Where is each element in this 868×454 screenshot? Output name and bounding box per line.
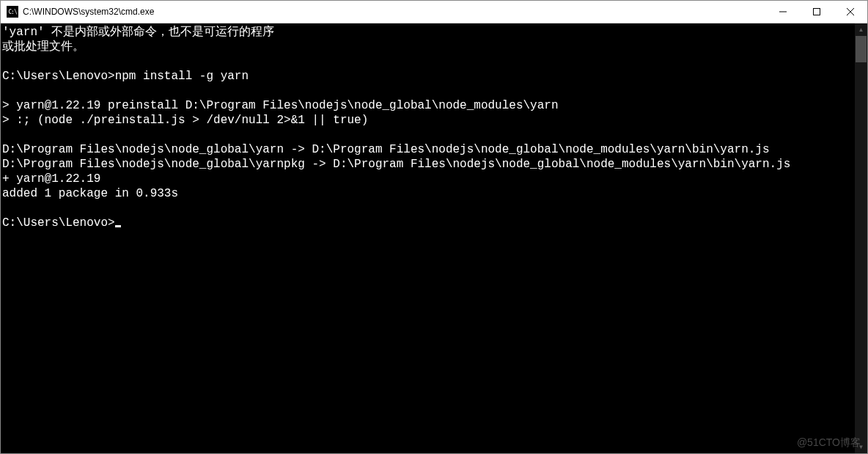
scrollbar-track[interactable] — [855, 36, 867, 441]
cmd-window: C:\ C:\WINDOWS\system32\cmd.exe 'yarn' 不… — [0, 0, 868, 454]
vertical-scrollbar[interactable]: ▲ ▼ — [855, 23, 867, 453]
console-area: 'yarn' 不是内部或外部命令，也不是可运行的程序 或批处理文件。 C:\Us… — [1, 23, 867, 453]
scrollbar-thumb[interactable] — [856, 36, 867, 62]
text-cursor — [115, 225, 121, 227]
minimize-button[interactable] — [766, 1, 800, 23]
scroll-up-arrow[interactable]: ▲ — [855, 23, 867, 36]
maximize-button[interactable] — [800, 1, 834, 23]
window-controls — [766, 1, 867, 23]
titlebar[interactable]: C:\ C:\WINDOWS\system32\cmd.exe — [1, 1, 867, 23]
svg-rect-1 — [814, 9, 820, 15]
cmd-icon: C:\ — [7, 6, 18, 18]
close-button[interactable] — [834, 1, 867, 23]
console-output[interactable]: 'yarn' 不是内部或外部命令，也不是可运行的程序 或批处理文件。 C:\Us… — [1, 23, 855, 453]
window-title: C:\WINDOWS\system32\cmd.exe — [23, 7, 766, 17]
scroll-down-arrow[interactable]: ▼ — [855, 441, 867, 453]
